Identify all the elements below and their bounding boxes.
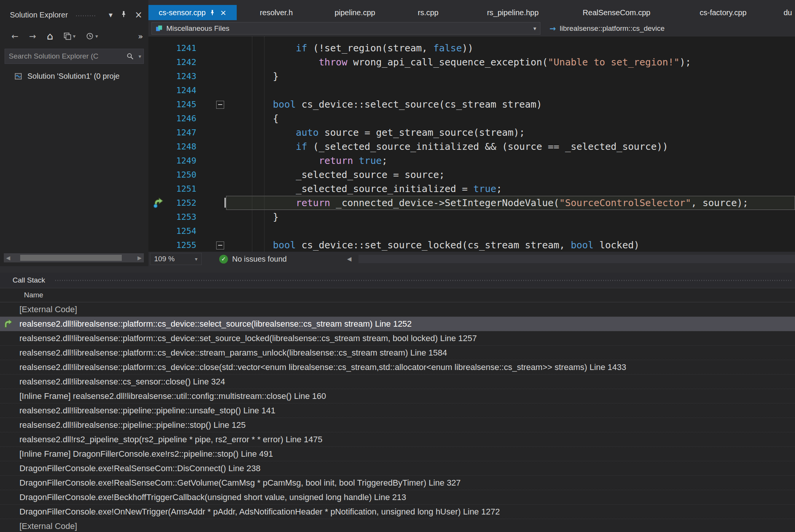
code-line-1249[interactable]: 1249 return true; [148, 154, 795, 168]
code-line-1243[interactable]: 1243} [148, 69, 795, 83]
code-line-1244[interactable]: 1244 [148, 83, 795, 97]
pending-changes-filter-icon[interactable]: ▾ [86, 32, 98, 40]
tab-close-icon[interactable]: × [220, 8, 226, 17]
call-stack-frame[interactable]: realsense2.dll!librealsense::platform::c… [0, 331, 795, 346]
chevron-down-icon[interactable]: ▾ [139, 53, 141, 59]
line-number[interactable]: 1249 [160, 154, 196, 168]
call-stack-frame[interactable]: [External Code] [0, 519, 795, 532]
line-number[interactable]: 1255 [160, 238, 196, 252]
line-number[interactable]: 1248 [160, 140, 196, 154]
document-tabstrip: cs-sensor.cpp×resolver.hpipeline.cpprs.c… [148, 0, 795, 20]
name-column-header[interactable]: Name [24, 291, 43, 299]
chevron-down-icon[interactable]: ▾ [533, 25, 536, 32]
toolbar-overflow-icon[interactable]: » [138, 32, 143, 41]
search-input[interactable] [5, 52, 124, 61]
code-line-1255[interactable]: 1255bool cs_device::set_source_locked(cs… [148, 238, 795, 252]
fold-collapse-marker[interactable] [216, 241, 224, 249]
home-icon[interactable]: ⌂ [47, 30, 53, 42]
pin-icon[interactable] [209, 10, 215, 16]
chevron-down-icon[interactable]: ▾ [195, 256, 198, 262]
call-stack-frame[interactable]: realsense2.dll!rs2_pipeline_stop(rs2_pip… [0, 432, 795, 447]
line-number[interactable]: 1242 [160, 55, 196, 69]
code-line-1242[interactable]: 1242 throw wrong_api_call_sequence_excep… [148, 55, 795, 69]
line-number[interactable]: 1246 [160, 111, 196, 125]
forward-icon[interactable]: → [29, 32, 36, 41]
search-icon[interactable] [126, 52, 134, 60]
call-stack-frame[interactable]: [External Code] [0, 302, 795, 317]
code-line-1251[interactable]: 1251 _selected_source_initialized = true… [148, 182, 795, 196]
back-icon[interactable]: ← [11, 32, 18, 41]
code-text: { [273, 111, 279, 125]
call-stack-frame[interactable]: realsense2.dll!librealsense::platform::c… [0, 360, 795, 375]
line-number[interactable]: 1245 [160, 97, 196, 111]
line-number[interactable]: 1243 [160, 69, 196, 83]
hscroll-left-icon[interactable]: ◀ [347, 256, 352, 262]
call-stack-frame[interactable]: realsense2.dll!librealsense::pipeline::p… [0, 403, 795, 418]
tab-cs-factory.cpp[interactable]: cs-factory.cpp [670, 5, 776, 20]
tab-rs.cpp[interactable]: rs.cpp [394, 5, 462, 20]
editor-hscrollbar[interactable] [358, 255, 795, 263]
tab-pipeline.cpp[interactable]: pipeline.cpp [316, 5, 394, 20]
call-stack-frame[interactable]: realsense2.dll!librealsense::pipeline::p… [0, 418, 795, 432]
tab-rs_pipeline.hpp[interactable]: rs_pipeline.hpp [462, 5, 563, 20]
close-icon[interactable]: × [135, 10, 142, 20]
solution-node[interactable]: Solution 'Solution1' (0 proje [0, 68, 148, 84]
tab-du[interactable]: du [776, 5, 795, 20]
document-health-indicator[interactable]: ✓ No issues found [219, 255, 287, 264]
tab-resolver.h[interactable]: resolver.h [237, 5, 316, 20]
call-stack-frame[interactable]: DragonFillerConsole.exe!BeckhoffTriggerC… [0, 490, 795, 505]
scroll-left-icon[interactable]: ◀ [6, 255, 10, 261]
scope-dropdown[interactable]: → librealsense::platform::cs_device [550, 24, 664, 33]
code-line-1241[interactable]: 1241 if (!set_region(stream, false)) [148, 41, 795, 55]
code-text: } [273, 69, 279, 83]
tab-label: rs.cpp [418, 8, 438, 17]
code-line-1246[interactable]: 1246{ [148, 111, 795, 125]
frame-text: realsense2.dll!librealsense::platform::c… [19, 348, 447, 357]
code-line-1245[interactable]: 1245bool cs_device::select_source(cs_str… [148, 97, 795, 111]
switch-views-icon[interactable]: ▾ [64, 32, 75, 40]
code-line-1247[interactable]: 1247 auto source = get_stream_source(str… [148, 125, 795, 140]
line-number[interactable]: 1244 [160, 83, 196, 97]
scroll-right-icon[interactable]: ▶ [137, 255, 142, 261]
solution-icon [14, 71, 23, 81]
zoom-selector[interactable]: 109 % ▾ [150, 253, 202, 265]
line-number[interactable]: 1251 [160, 182, 196, 196]
solution-explorer-hscrollbar[interactable]: ◀ ▶ [4, 253, 144, 262]
titlebar-grip[interactable] [75, 15, 95, 17]
project-dropdown[interactable]: Miscellaneous Files ▾ [151, 22, 540, 35]
chevron-down-icon[interactable]: ▾ [109, 10, 113, 19]
code-line-1253[interactable]: 1253} [148, 210, 795, 224]
line-number[interactable]: 1252 [160, 196, 196, 210]
call-stack-frame[interactable]: DragonFillerConsole.exe!OnNewTrigger(Ams… [0, 505, 795, 519]
code-editor[interactable]: 1241 if (!set_region(stream, false))1242… [148, 37, 795, 252]
chevron-down-icon[interactable]: ▾ [95, 33, 98, 39]
call-stack-frame[interactable]: [Inline Frame] DragonFillerConsole.exe!r… [0, 447, 795, 461]
code-line-1252[interactable]: 1252 return _connected_device->SetIntege… [148, 196, 795, 210]
tab-RealSenseCom.cpp[interactable]: RealSenseCom.cpp [563, 5, 670, 20]
call-stack-frame[interactable]: DragonFillerConsole.exe!RealSenseCom::Di… [0, 461, 795, 476]
line-number[interactable]: 1254 [160, 224, 196, 238]
call-stack-frame[interactable]: DragonFillerConsole.exe!RealSenseCom::Ge… [0, 476, 795, 490]
line-number[interactable]: 1250 [160, 168, 196, 182]
solution-explorer-panel: Solution Explorer ▾ × ← → ⌂ ▾ ▾ » [0, 0, 148, 266]
pin-icon[interactable] [120, 11, 127, 19]
line-number[interactable]: 1247 [160, 125, 196, 140]
tab-cs-sensor.cpp[interactable]: cs-sensor.cpp× [148, 5, 237, 20]
line-number[interactable]: 1241 [160, 41, 196, 55]
call-stack-frame[interactable]: realsense2.dll!librealsense::cs_sensor::… [0, 375, 795, 389]
call-stack-frame[interactable]: [Inline Frame] realsense2.dll!librealsen… [0, 389, 795, 403]
frame-text: [Inline Frame] DragonFillerConsole.exe!r… [19, 449, 273, 459]
chevron-down-icon[interactable]: ▾ [73, 33, 75, 39]
code-line-1254[interactable]: 1254 [148, 224, 795, 238]
code-line-1250[interactable]: 1250 _selected_source = source; [148, 168, 795, 182]
scrollbar-thumb[interactable] [20, 255, 122, 261]
fold-collapse-marker[interactable] [216, 101, 224, 109]
code-line-1248[interactable]: 1248 if (_selected_source_initialized &&… [148, 140, 795, 154]
code-text: if (!set_region(stream, false)) [273, 41, 473, 55]
no-issues-check-icon: ✓ [219, 255, 228, 264]
line-number[interactable]: 1253 [160, 210, 196, 224]
code-text: return _connected_device->SetIntegerNode… [273, 196, 748, 210]
call-stack-frame[interactable]: realsense2.dll!librealsense::platform::c… [0, 317, 795, 331]
call-stack-frame[interactable]: realsense2.dll!librealsense::platform::c… [0, 346, 795, 360]
panel-grip[interactable] [54, 279, 791, 281]
